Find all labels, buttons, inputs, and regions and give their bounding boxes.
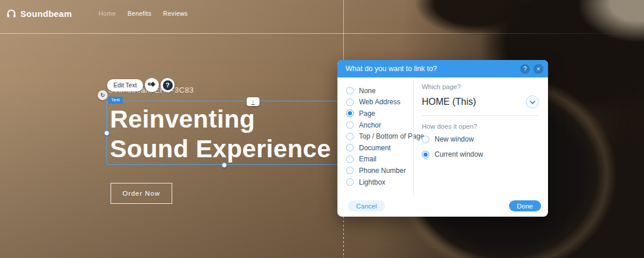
stretch-handle[interactable]: ↓ [247,97,259,106]
radio-icon [346,98,354,106]
which-page-label: Which page? [422,83,539,90]
open-option-new-window[interactable]: New window [422,133,539,145]
headphones-logo-icon [6,8,17,19]
open-option-label: Current window [435,150,483,158]
done-button[interactable]: Done [509,200,542,211]
link-type-option-page[interactable]: Page [346,108,424,119]
page-select-value: HOME (This) [422,97,476,107]
link-type-label: Lightbox [359,178,385,186]
link-type-option-lightbox[interactable]: Lightbox [346,176,424,188]
link-type-option-email[interactable]: Email [346,154,424,165]
link-type-option-web-address[interactable]: Web Address [346,97,424,108]
link-type-option-none[interactable]: None [346,85,424,97]
link-type-option-phone-number[interactable]: Phone Number [346,165,424,176]
page-gridline-vertical-dashed [343,217,344,258]
rotate-icon: ↻ [100,93,105,98]
link-type-option-anchor[interactable]: Anchor [346,119,424,131]
rotate-handle[interactable]: ↻ [98,90,108,100]
page-gridline-vertical [343,0,344,60]
radio-icon [346,178,354,186]
link-type-list: None Web Address Page Anchor Top / Botto… [346,85,424,188]
resize-handle-left[interactable] [104,130,109,136]
animation-icon [148,80,156,91]
link-dialog: What do you want to link to? ? × None We… [337,60,548,217]
radio-icon [346,87,354,94]
radio-icon [346,121,354,129]
help-icon: ? [163,80,173,90]
link-type-label: None [359,87,376,95]
link-dialog-footer: Cancel Done [348,200,541,211]
radio-icon [422,136,429,143]
wix-editor-canvas: Soundbeam Home Benefits Reviews Soundbea… [0,0,644,258]
how-open-label: How does it open? [422,123,539,130]
resize-handle-bottom[interactable] [222,162,227,168]
radio-icon [346,155,354,163]
page-options-panel: Which page? HOME (This) How does it open… [422,83,539,160]
element-action-bar: Edit Text ? [107,78,175,92]
dialog-vertical-divider [413,80,414,196]
radio-icon [346,133,354,140]
page-select-dropdown[interactable]: HOME (This) [422,95,539,109]
link-type-label: Top / Bottom of Page [359,132,424,140]
animation-button[interactable] [145,78,159,92]
cancel-button[interactable]: Cancel [348,200,385,211]
link-type-label: Web Address [359,98,400,106]
order-now-button[interactable]: Order Now [111,183,172,204]
radio-selected-icon [346,109,354,117]
nav-item-benefits[interactable]: Benefits [127,10,151,17]
section-gridline-horizontal [0,33,644,34]
site-header: Soundbeam Home Benefits Reviews [6,6,188,21]
nav-item-reviews[interactable]: Reviews [163,10,187,17]
link-dialog-title: What do you want to link to? [346,65,517,73]
link-dialog-body: None Web Address Page Anchor Top / Botto… [337,77,548,196]
link-type-option-document[interactable]: Document [346,142,424,154]
edit-text-button[interactable]: Edit Text [107,79,143,91]
arrow-down-to-line-icon: ↓ [251,99,255,105]
site-logo-text[interactable]: Soundbeam [20,9,72,19]
link-type-label: Page [359,109,375,118]
selection-label-tag: Text [108,97,123,104]
link-type-label: Phone Number [359,167,406,175]
selection-box: Text [106,101,340,165]
link-dialog-header[interactable]: What do you want to link to? ? × [337,60,548,77]
link-type-label: Anchor [359,121,381,129]
radio-selected-icon [422,151,429,158]
dialog-help-button[interactable]: ? [520,64,530,74]
radio-icon [346,144,354,151]
open-option-current-window[interactable]: Current window [422,149,539,160]
dialog-close-button[interactable]: × [533,64,543,74]
question-icon: ? [524,66,527,72]
radio-icon [346,167,354,174]
close-icon: × [537,66,540,72]
link-type-label: Email [359,155,376,163]
open-option-label: New window [435,135,474,143]
help-button[interactable]: ? [161,78,175,92]
site-nav: Home Benefits Reviews [99,10,188,17]
link-type-label: Document [359,144,391,152]
chevron-down-icon[interactable] [526,96,539,108]
dialog-horizontal-divider [422,115,539,116]
nav-item-home[interactable]: Home [99,10,116,17]
link-type-option-top-bottom[interactable]: Top / Bottom of Page [346,130,424,142]
